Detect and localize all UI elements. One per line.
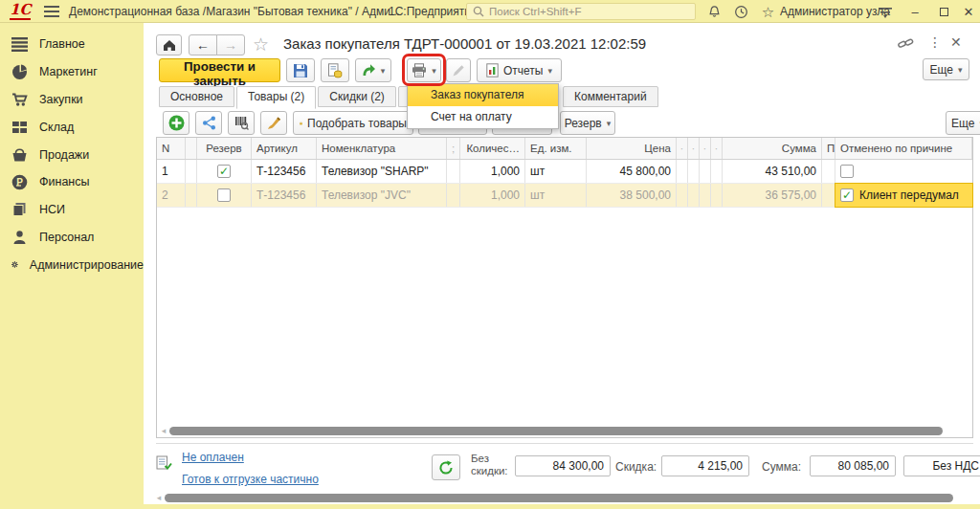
back-button[interactable]: ←	[189, 34, 217, 55]
sidebar-item-personnel[interactable]: Персонал	[0, 224, 144, 252]
favorite-star-icon[interactable]: ☆	[253, 33, 269, 55]
scroll-left-icon[interactable]: ◂	[158, 426, 169, 435]
sum-field[interactable]: 80 085,00	[810, 455, 896, 476]
cart-icon	[11, 92, 28, 107]
discount-label: Скидка:	[615, 460, 657, 474]
add-row-button[interactable]	[163, 111, 189, 135]
edit-button-disabled[interactable]	[446, 58, 471, 82]
current-user[interactable]: Администратор узла	[780, 5, 890, 18]
cancel-reason-cell[interactable]: Клиент передумал	[835, 184, 972, 207]
person-icon	[11, 230, 28, 245]
grid-icon	[11, 120, 28, 135]
scroll-left-icon[interactable]: ◂	[153, 493, 165, 502]
cancelled-checkbox[interactable]	[840, 165, 854, 178]
maximize-button[interactable]	[934, 3, 953, 20]
print-button[interactable]: ▾	[407, 58, 441, 82]
more-actions-icon[interactable]: ⋮	[928, 34, 942, 50]
barcode-icon	[234, 116, 249, 130]
pencil-icon	[452, 64, 465, 77]
barcode-scan-button[interactable]	[228, 111, 255, 135]
post-document-icon	[327, 63, 343, 78]
form-horizontal-scrollbar[interactable]: ◂	[153, 492, 972, 503]
titlebar: 1С Демонстрационная база /Магазин "Бытов…	[0, 0, 980, 23]
vat-field[interactable]: Без НДС	[903, 455, 980, 476]
discount-field[interactable]: 4 215,00	[661, 455, 749, 476]
window-title: Демонстрационная база /Магазин "Бытовая …	[69, 5, 400, 18]
tab-comment[interactable]: Комментарий	[563, 86, 658, 107]
pick-goods-button[interactable]: Подобрать товары	[293, 111, 413, 135]
close-window-button[interactable]: ✕	[959, 3, 978, 20]
reserve-checkbox[interactable]	[217, 165, 231, 178]
report-icon	[486, 63, 499, 77]
history-icon[interactable]	[733, 4, 749, 20]
table-row[interactable]: 2 Т-123456 Телевизор "JVC" 1,000 шт 38 5…	[157, 184, 972, 208]
goods-more-button[interactable]: Еще ▾	[946, 111, 980, 135]
forward-button[interactable]: →	[216, 34, 245, 55]
brush-icon	[267, 116, 281, 130]
create-based-on-icon	[362, 63, 376, 77]
minimize-button[interactable]: –	[905, 3, 924, 20]
close-form-icon[interactable]: ✕	[950, 34, 962, 50]
no-discount-field[interactable]: 84 300,00	[515, 455, 611, 476]
form-more-button[interactable]: Еще ▾	[923, 58, 969, 80]
service-settings-icon[interactable]	[877, 4, 893, 20]
sidebar-item-sales[interactable]: Продажи	[0, 141, 144, 168]
change-rows-button[interactable]	[260, 111, 287, 135]
structure-button[interactable]	[195, 111, 222, 135]
no-discount-label: Без скидки:	[471, 453, 511, 477]
home-button[interactable]	[156, 34, 182, 55]
tab-main[interactable]: Основное	[159, 86, 234, 107]
tab-goods[interactable]: Товары (2)	[236, 86, 316, 109]
create-based-on-button[interactable]: ▾	[355, 58, 391, 82]
sidebar-item-nsi[interactable]: НСИ	[0, 196, 144, 224]
global-search-input[interactable]: Поиск Ctrl+Shift+F	[466, 3, 696, 20]
refresh-totals-button[interactable]	[432, 454, 460, 480]
refresh-icon	[438, 460, 454, 476]
notifications-bell-icon[interactable]	[706, 4, 723, 20]
reserve-checkbox[interactable]	[217, 188, 231, 202]
payment-status-link[interactable]: Не оплачен	[182, 451, 244, 464]
print-dropdown-menu: Заказ покупателя Счет на оплату	[407, 83, 559, 129]
forward-arrow-icon: →	[224, 37, 237, 53]
dropdown-arrow-icon: ▾	[432, 66, 436, 76]
footer-divider	[156, 443, 973, 444]
cancelled-checkbox[interactable]	[840, 188, 854, 202]
dropdown-arrow-icon: ▾	[958, 65, 963, 75]
scrollbar-thumb[interactable]	[165, 494, 953, 502]
app-window: 1С Демонстрационная база /Магазин "Бытов…	[0, 0, 980, 509]
dropdown-arrow-icon: ▾	[547, 66, 552, 76]
basket-icon	[11, 147, 28, 163]
reserve-button[interactable]: Резерв ▾	[560, 111, 615, 135]
sidebar-item-finance[interactable]: Р Финансы	[0, 168, 144, 196]
post-document-button[interactable]	[321, 58, 349, 82]
table-row[interactable]: 1 Т-123456 Телевизор "SHARP" 1,000 шт 45…	[157, 160, 972, 184]
1c-logo: 1С	[10, 2, 31, 20]
save-button[interactable]	[286, 58, 315, 82]
get-link-icon[interactable]	[898, 36, 914, 51]
menu-item-invoice[interactable]: Счет на оплату	[408, 106, 558, 128]
window-bottom-strip	[144, 504, 980, 509]
sidebar-item-marketing[interactable]: Маркетинг	[0, 58, 144, 86]
main-menu-icon[interactable]	[44, 6, 59, 17]
goods-table: N Резерв Артикул Номенклатура ; Количес……	[156, 137, 973, 438]
scrollbar-thumb[interactable]	[169, 427, 943, 435]
tab-discounts[interactable]: Скидки (2)	[318, 86, 396, 107]
sidebar-item-warehouse[interactable]: Склад	[0, 113, 144, 141]
sidebar-item-main[interactable]: Главное	[0, 31, 144, 58]
sum-label: Сумма:	[762, 460, 801, 474]
menu-item-customer-order[interactable]: Заказ покупателя	[408, 84, 558, 106]
search-placeholder: Поиск Ctrl+Shift+F	[489, 6, 581, 17]
share-icon	[202, 116, 216, 130]
post-and-close-button[interactable]: Провести и закрыть	[159, 58, 280, 82]
document-title: Заказ покупателя ТДРТ-000001 от 19.03.20…	[283, 35, 646, 52]
table-horizontal-scrollbar[interactable]: ◂	[158, 425, 971, 436]
favorites-star-icon[interactable]: ☆	[760, 4, 776, 20]
sidebar-item-purchases[interactable]: Закупки	[0, 86, 144, 114]
home-icon	[163, 39, 176, 52]
sidebar-item-administration[interactable]: Администрирование	[0, 251, 144, 278]
shipment-status-link[interactable]: Готов к отгрузке частично	[182, 473, 319, 486]
reports-button[interactable]: Отчеты ▾	[477, 58, 562, 82]
print-icon	[412, 63, 427, 77]
goods-basket-icon	[300, 117, 302, 130]
add-icon	[168, 115, 185, 131]
